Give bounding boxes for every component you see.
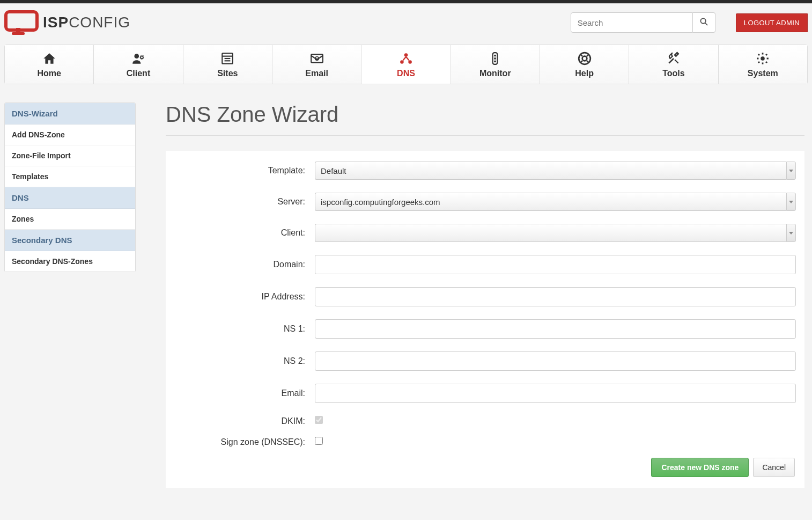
search-icon — [700, 18, 708, 27]
logout-button[interactable]: LOGOUT ADMIN — [736, 13, 808, 32]
svg-point-19 — [494, 57, 496, 60]
monitor-icon — [451, 52, 540, 65]
window-topbar — [0, 0, 812, 4]
email-input[interactable] — [315, 384, 796, 403]
chevron-down-icon — [786, 193, 796, 211]
sidebar-item-secondary-dns-zones[interactable]: Secondary DNS-Zones — [5, 251, 135, 272]
home-icon — [5, 52, 93, 65]
svg-point-22 — [582, 56, 587, 61]
svg-point-14 — [404, 53, 408, 57]
client-icon — [94, 52, 182, 65]
svg-rect-0 — [6, 12, 37, 30]
nav-dns[interactable]: DNS — [361, 45, 451, 84]
main-nav: Home Client Sites @ Email DNS Monitor He… — [4, 45, 808, 84]
svg-point-15 — [400, 60, 404, 64]
nav-label: Home — [5, 69, 93, 78]
nav-label: Email — [272, 69, 361, 78]
sidebar-item-templates[interactable]: Templates — [5, 166, 135, 187]
page-title: DNS Zone Wizard — [166, 102, 804, 127]
svg-point-18 — [494, 55, 496, 57]
sidebar-header-dns: DNS — [5, 187, 135, 209]
search — [571, 12, 715, 33]
dnssec-label: Sign zone (DNSSEC): — [166, 437, 315, 447]
content: DNS Zone Wizard Template: Default Server… — [166, 102, 812, 488]
domain-input[interactable] — [315, 255, 796, 274]
server-select[interactable]: ispconfig.computingforgeeks.com — [315, 193, 796, 211]
divider — [166, 135, 804, 136]
dns-icon — [361, 52, 450, 65]
nav-sites[interactable]: Sites — [183, 45, 272, 84]
client-label: Client: — [166, 228, 315, 238]
template-select[interactable]: Default — [315, 162, 796, 180]
email-label: Email: — [166, 389, 315, 398]
template-label: Template: — [166, 166, 315, 175]
ip-label: IP Address: — [166, 292, 315, 302]
nav-label: Help — [540, 69, 629, 78]
sidebar-header-dns-wizard: DNS-Wizard — [5, 103, 135, 124]
nav-email[interactable]: @ Email — [272, 45, 361, 84]
svg-point-23 — [761, 56, 765, 61]
nav-help[interactable]: Help — [540, 45, 629, 84]
ns2-input[interactable] — [315, 351, 796, 371]
svg-line-4 — [705, 23, 707, 25]
create-dns-zone-button[interactable]: Create new DNS zone — [651, 458, 749, 477]
svg-point-3 — [700, 18, 705, 23]
svg-rect-2 — [12, 32, 25, 35]
server-select-value: ispconfig.computingforgeeks.com — [315, 193, 786, 211]
logo-text: ISPCONFIG — [43, 14, 130, 31]
search-input[interactable] — [571, 12, 693, 33]
form-actions: Create new DNS zone Cancel — [166, 458, 796, 477]
svg-point-20 — [494, 60, 496, 62]
nav-client[interactable]: Client — [94, 45, 183, 84]
nav-label: Client — [94, 69, 182, 78]
sidebar-header-secondary-dns: Secondary DNS — [5, 230, 135, 251]
nav-system[interactable]: System — [719, 45, 807, 84]
svg-text:@: @ — [315, 57, 319, 61]
ns1-input[interactable] — [315, 319, 796, 339]
chevron-down-icon — [786, 224, 796, 242]
svg-point-16 — [408, 60, 412, 64]
nav-monitor[interactable]: Monitor — [451, 45, 540, 84]
ns2-label: NS 2: — [166, 356, 315, 366]
email-icon: @ — [272, 52, 361, 65]
dnssec-checkbox[interactable] — [315, 437, 323, 445]
nav-tools[interactable]: Tools — [629, 45, 718, 84]
domain-label: Domain: — [166, 260, 315, 269]
dkim-checkbox[interactable] — [315, 416, 323, 424]
help-icon — [540, 52, 629, 65]
sidebar: DNS-Wizard Add DNS-Zone Zone-File Import… — [4, 102, 136, 272]
sidebar-item-zone-file-import[interactable]: Zone-File Import — [5, 145, 135, 166]
nav-label: Tools — [629, 69, 718, 78]
nav-label: Monitor — [451, 69, 540, 78]
svg-point-6 — [141, 56, 143, 58]
nav-label: DNS — [361, 69, 450, 78]
client-select-value — [315, 224, 786, 242]
svg-point-5 — [134, 54, 139, 58]
sites-icon — [183, 52, 272, 65]
ip-input[interactable] — [315, 287, 796, 306]
tools-icon — [629, 52, 718, 65]
nav-label: System — [719, 69, 807, 78]
chevron-down-icon — [786, 162, 796, 180]
client-select[interactable] — [315, 224, 796, 242]
nav-label: Sites — [183, 69, 272, 78]
svg-point-21 — [579, 53, 590, 64]
logo: ISPCONFIG — [4, 10, 130, 35]
dkim-label: DKIM: — [166, 416, 315, 426]
nav-home[interactable]: Home — [5, 45, 94, 84]
template-select-value: Default — [315, 162, 786, 180]
sidebar-item-zones[interactable]: Zones — [5, 209, 135, 230]
logo-icon — [4, 10, 39, 35]
header: ISPCONFIG LOGOUT ADMIN — [0, 4, 812, 45]
server-label: Server: — [166, 197, 315, 207]
search-button[interactable] — [693, 12, 715, 33]
form-card: Template: Default Server: ispconfig.comp… — [166, 151, 804, 488]
ns1-label: NS 1: — [166, 324, 315, 334]
sidebar-item-add-dns-zone[interactable]: Add DNS-Zone — [5, 124, 135, 145]
cancel-button[interactable]: Cancel — [753, 458, 795, 477]
system-icon — [719, 52, 807, 65]
